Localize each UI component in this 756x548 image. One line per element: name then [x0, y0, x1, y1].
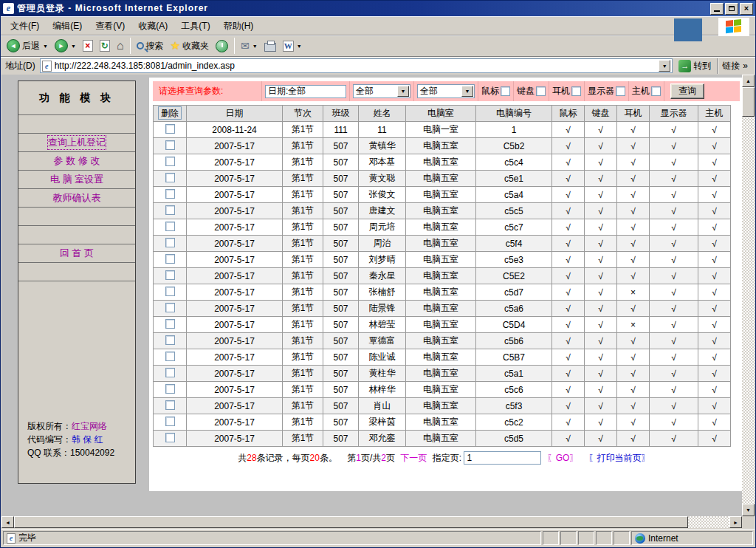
cell-date: 2007-5-17 [187, 301, 283, 317]
select-dropdown-icon[interactable]: ▼ [397, 86, 409, 97]
row-delete-checkbox[interactable] [165, 400, 175, 410]
row-delete-checkbox[interactable] [165, 140, 175, 150]
keyboard-filter-label: 键盘 [517, 85, 535, 97]
scroll-up-button[interactable]: ▲ [742, 75, 755, 87]
host-filter-checkbox[interactable] [651, 86, 661, 96]
back-dropdown-icon[interactable]: ▼ [43, 44, 48, 49]
sidebar-item-param-modify[interactable]: 参 数 修 改 [18, 152, 135, 171]
edit-with-word-button[interactable]: W ▼ [280, 37, 305, 55]
favorites-button[interactable]: ★ 收藏夹 [168, 37, 212, 55]
query-submit-button[interactable]: 查询 [670, 83, 704, 99]
close-button[interactable]: × [740, 3, 753, 15]
date-filter-input[interactable] [265, 85, 346, 98]
back-button[interactable]: ◄ 后退 ▼ [4, 37, 51, 55]
vertical-scroll-thumb[interactable] [742, 87, 755, 117]
cell-mark-mouse: √ [552, 398, 585, 414]
row-delete-checkbox[interactable] [165, 352, 175, 361]
menu-help[interactable]: 帮助(H) [217, 18, 261, 35]
monitor-filter-checkbox[interactable] [616, 86, 625, 96]
cell-pc-no: c5d5 [476, 431, 552, 447]
menu-favorites[interactable]: 收藏(A) [131, 18, 174, 35]
scroll-right-button[interactable]: ► [729, 516, 742, 528]
sidebar-item-home[interactable]: 回 首 页 [18, 244, 135, 263]
cell-mark-host: √ [698, 301, 731, 317]
row-delete-checkbox[interactable] [165, 254, 175, 264]
goto-page-input[interactable] [464, 451, 541, 465]
minimize-button[interactable] [710, 3, 724, 15]
history-button[interactable] [213, 37, 231, 55]
row-delete-checkbox[interactable] [165, 368, 175, 377]
refresh-button[interactable]: ↻ [97, 37, 113, 55]
table-row: 2007-5-17第1节507黄文聪电脑五室c5e1√√√√√ [154, 171, 731, 187]
scroll-down-button[interactable]: ▼ [742, 504, 755, 516]
links-button[interactable]: 链接 » [717, 58, 752, 74]
cell-class: 507 [323, 349, 359, 366]
cell-mark-host: √ [698, 268, 731, 284]
cell-name: 陆景锋 [359, 301, 406, 317]
row-delete-checkbox[interactable] [165, 433, 175, 442]
sidebar-item-teacher-confirm[interactable]: 教师确认表 [18, 189, 135, 208]
row-delete-checkbox[interactable] [165, 189, 175, 199]
cell-mark-keyboard: √ [585, 252, 617, 268]
sidebar-item-room-setup[interactable]: 电 脑 室设置 [18, 171, 135, 189]
sidebar-link-label[interactable]: 参 数 修 改 [54, 154, 100, 168]
delete-header-link[interactable]: 删除 [158, 106, 182, 120]
row-delete-checkbox[interactable] [165, 173, 175, 182]
menu-view[interactable]: 查看(V) [89, 18, 131, 35]
restore-button[interactable] [725, 3, 738, 15]
menu-tools[interactable]: 工具(T) [174, 18, 216, 35]
period-filter-select[interactable]: 全部 ▼ [417, 84, 475, 98]
horizontal-scrollbar[interactable]: ◄ ► [1, 516, 742, 528]
stop-button[interactable]: × [80, 37, 96, 55]
address-url[interactable]: http://222.248.243.185:8081/admin_index.… [55, 61, 656, 71]
cell-mark-keyboard: √ [585, 366, 617, 382]
mouse-filter-checkbox[interactable] [501, 86, 510, 96]
cell-room: 电脑五室 [406, 398, 476, 414]
keyboard-filter-checkbox[interactable] [536, 86, 546, 96]
go-page-link[interactable]: 〖GO〗 [547, 453, 579, 463]
row-delete-checkbox[interactable] [165, 124, 175, 134]
row-delete-checkbox[interactable] [165, 157, 175, 166]
address-field[interactable]: e http://222.248.243.185:8081/admin_inde… [40, 58, 673, 73]
row-delete-checkbox[interactable] [165, 270, 175, 280]
forward-button[interactable]: ► ▼ [52, 37, 79, 55]
sidebar-link-label[interactable]: 查询上机登记 [48, 136, 106, 149]
row-delete-checkbox[interactable] [165, 417, 175, 426]
row-delete-checkbox[interactable] [165, 205, 175, 215]
row-delete-checkbox[interactable] [165, 287, 175, 296]
print-current-page-link[interactable]: 〖打印当前页〗 [588, 453, 650, 463]
row-delete-checkbox[interactable] [165, 238, 175, 247]
sidebar-link-label[interactable]: 教师确认表 [53, 191, 101, 205]
edit-dropdown-icon[interactable]: ▼ [297, 44, 302, 49]
row-delete-checkbox[interactable] [165, 303, 175, 312]
address-dropdown-button[interactable]: ▼ [659, 60, 670, 72]
vertical-scrollbar[interactable]: ▲ ▼ [742, 75, 755, 516]
home-button[interactable]: ⌂ [114, 37, 127, 55]
horizontal-scroll-thumb[interactable] [14, 516, 688, 528]
mail-button[interactable]: ✉ ▼ [238, 37, 261, 55]
forward-dropdown-icon[interactable]: ▼ [71, 44, 76, 49]
menu-file[interactable]: 文件(F) [4, 18, 46, 35]
select-dropdown-icon[interactable]: ▼ [461, 86, 473, 97]
row-delete-checkbox[interactable] [165, 319, 175, 329]
menu-edit[interactable]: 编辑(E) [46, 18, 89, 35]
scroll-left-button[interactable]: ◄ [1, 516, 14, 528]
cell-mark-mouse: √ [552, 236, 585, 252]
sidebar-item-query-login[interactable]: 查询上机登记 [18, 134, 135, 152]
search-button[interactable]: 搜索 [134, 37, 167, 55]
go-button[interactable]: → 转到 [676, 59, 714, 73]
row-delete-checkbox[interactable] [165, 384, 175, 394]
cell-class: 507 [323, 366, 359, 382]
headphone-filter-checkbox[interactable] [571, 86, 581, 96]
cell-period: 第1节 [283, 284, 323, 301]
sidebar-link-label[interactable]: 回 首 页 [60, 247, 94, 260]
cell-name: 周治 [359, 236, 406, 252]
room-filter-select[interactable]: 全部 ▼ [353, 84, 410, 98]
mail-dropdown-icon[interactable]: ▼ [252, 44, 258, 49]
cell-mark-mouse: √ [552, 301, 585, 317]
row-delete-checkbox[interactable] [165, 335, 175, 345]
print-button[interactable] [261, 37, 279, 55]
sidebar-link-label[interactable]: 电 脑 室设置 [50, 173, 103, 186]
row-delete-checkbox[interactable] [165, 222, 175, 231]
next-page-link[interactable]: 下一页 [400, 453, 427, 463]
